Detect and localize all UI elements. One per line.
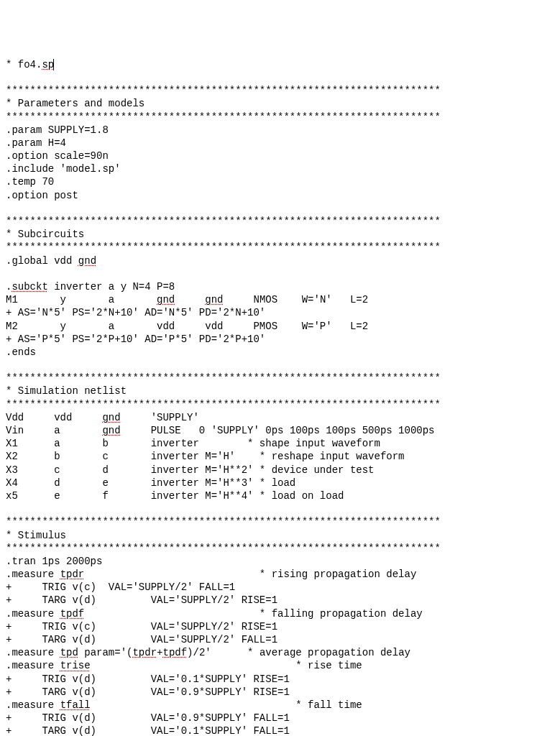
line-5: ****************************************… [6, 111, 441, 123]
editor-content[interactable]: * fo4.sp *******************************… [6, 58, 554, 736]
line-4: * Parameters and models [6, 98, 144, 109]
line-6: .param SUPPLY=1.8 [6, 124, 109, 136]
line-48: + TRIG v(d) VAL='0.1*SUPPLY' RISE=1 [6, 673, 290, 685]
line-21: M2 y a vdd vdd PMOS W='P' L=2 [6, 321, 368, 332]
line-27: ****************************************… [6, 399, 441, 410]
line-25: ****************************************… [6, 372, 441, 384]
line-45: + TARG v(d) VAL='SUPPLY/2' FALL=1 [6, 634, 277, 645]
line-32: X3 c d inverter M='H**2' * device under … [6, 464, 374, 476]
line-3: ****************************************… [6, 85, 441, 96]
line-41: + TRIG v(c) VAL='SUPPLY/2' FALL=1 [6, 581, 235, 593]
line-30: X1 a b inverter * shape input waveform [6, 438, 380, 449]
line-28: Vdd vdd gnd 'SUPPLY' [6, 412, 199, 423]
line-11: .option post [6, 190, 78, 201]
line-36: ****************************************… [6, 516, 441, 528]
line-10: .temp 70 [6, 176, 54, 188]
line-16: .global vdd gnd [6, 255, 96, 267]
line-51: + TRIG v(d) VAL='0.9*SUPPLY' FALL=1 [6, 712, 290, 724]
line-22: + AS='P*5' PS='2*P+10' AD='P*5' PD='2*P+… [6, 334, 265, 345]
line-50: .measure tfall * fall time [6, 699, 362, 711]
line-31: X2 b c inverter M='H' * reshape input wa… [6, 451, 405, 462]
line-42: + TARG v(d) VAL='SUPPLY/2' RISE=1 [6, 594, 277, 606]
line-29: Vin a gnd PULSE 0 'SUPPLY' 0ps 100ps 100… [6, 425, 435, 436]
line-13: ****************************************… [6, 216, 441, 227]
line-18: .subckt inverter a y N=4 P=8 [6, 281, 175, 293]
line-14: * Subcircuits [6, 229, 84, 240]
line-15: ****************************************… [6, 242, 441, 253]
line-9: .include 'model.sp' [6, 163, 121, 175]
line-34: x5 e f inverter M='H**4' * load on load [6, 490, 344, 502]
line-1: * fo4.sp [6, 59, 54, 70]
line-39: .tran 1ps 2000ps [6, 556, 102, 567]
text-cursor [53, 59, 54, 70]
line-46: .measure tpd param='(tpdr+tpdf)/2' * ave… [6, 647, 410, 658]
line-37: * Stimulus [6, 530, 66, 541]
line-44: + TRIG v(c) VAL='SUPPLY/2' RISE=1 [6, 621, 277, 632]
line-19: M1 y a gnd gnd NMOS W='N' L=2 [6, 294, 368, 305]
line-40: .measure tpdr * rising propagation delay [6, 569, 416, 580]
line-52: + TARG v(d) VAL='0.1*SUPPLY' FALL=1 [6, 725, 290, 736]
line-7: .param H=4 [6, 137, 66, 149]
line-26: * Simulation netlist [6, 385, 127, 397]
line-43: .measure tpdf * falling propagation dela… [6, 608, 423, 620]
line-20: + AS='N*5' PS='2*N+10' AD='N*5' PD='2*N+… [6, 307, 265, 318]
line-23: .ends [6, 346, 36, 358]
line-38: ****************************************… [6, 543, 441, 554]
line-47: .measure trise * rise time [6, 660, 362, 671]
line-8: .option scale=90n [6, 150, 109, 162]
line-49: + TARG v(d) VAL='0.9*SUPPLY' RISE=1 [6, 686, 290, 698]
line-33: X4 d e inverter M='H**3' * load [6, 477, 295, 489]
